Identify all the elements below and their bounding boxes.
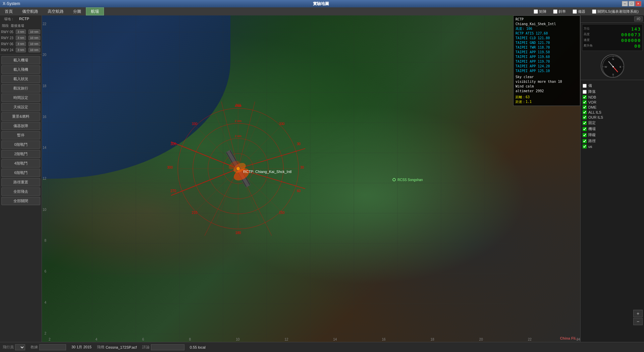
map-area[interactable]: 360 330 330 30 300 180 150 210 60 270 30…: [42, 15, 580, 342]
info-airport-code: RCTP: [516, 17, 578, 22]
info-app2: TAIPEI APP 119.60: [516, 55, 578, 59]
runway-10nm-btn[interactable]: 10 nm: [29, 30, 40, 34]
menu-airport[interactable]: 航場: [86, 7, 104, 15]
all-close-button[interactable]: 全部關閉: [1, 197, 40, 205]
menu-slope[interactable]: 斜率: [550, 8, 569, 15]
menu-high-airways[interactable]: 高空航路: [43, 7, 68, 15]
cb-vor-checkbox[interactable]: [583, 100, 587, 104]
runway-10nm-btn[interactable]: 10 nm: [29, 36, 40, 40]
info-twr: TAIPEI TWR 118.70: [516, 45, 578, 50]
left-panel: 場地： RCTP 階段 最後進場 RWY 05 3 nm 10 nm RWY 2…: [0, 15, 42, 342]
climb-value: 00: [634, 44, 641, 49]
cb-spare-checkbox[interactable]: [583, 84, 587, 88]
date-value: 30 1月 2015: [71, 345, 92, 350]
info-wind: Wind calm: [516, 84, 578, 89]
climb-label: 爬升角: [584, 44, 593, 49]
svg-text:W: W: [604, 65, 607, 68]
runway-3nm-btn[interactable]: 3 nm: [16, 36, 26, 40]
load-aircraft-button[interactable]: 載入飛機: [1, 65, 40, 74]
checkbox-row-cb-path: 路徑: [583, 138, 642, 143]
runway-row: RWY 23 3 nm 10 nm: [0, 35, 42, 41]
info-sky: Sky clear: [516, 75, 578, 79]
info-app1: TAIPEI APP 119.50: [516, 50, 578, 55]
cb-dme-checkbox[interactable]: [583, 105, 587, 109]
checkbox-row-cb-airport: 機場: [583, 126, 642, 131]
bearing-value: 143: [631, 26, 641, 32]
checkbox-row-cb-all-ils: ALL ILS: [583, 110, 642, 114]
runway-10nm-btn[interactable]: 10 nm: [29, 42, 40, 46]
detail-label: 詳論: [142, 345, 150, 350]
speed-value: 000000: [621, 38, 641, 43]
menu-equipment[interactable]: 備器: [570, 8, 588, 15]
cb-ndb-label: NDB: [588, 95, 596, 99]
view-travel-button[interactable]: 觀況旅行: [1, 84, 40, 93]
cb-all-ils-checkbox[interactable]: [583, 110, 587, 114]
detail-input[interactable]: [151, 344, 184, 350]
ils-toggle-checkbox[interactable]: [592, 9, 596, 14]
runway-name: RWY 06: [0, 41, 15, 47]
battle-6-button[interactable]: 6階戰鬥: [1, 169, 40, 177]
menu-homepage[interactable]: 首頁: [0, 7, 17, 15]
stage-value: 最後進場: [11, 23, 24, 28]
runway-name: RWY 05: [0, 29, 15, 35]
altitude-row: 高度 000073: [584, 32, 641, 37]
runway-table: RWY 05 3 nm 10 nm RWY 23 3 nm 10 nm RWY …: [0, 29, 42, 53]
zoom-in-button[interactable]: +: [633, 310, 643, 317]
runway-name: RWY 23: [0, 35, 15, 41]
checkbox-row-cb-spare: 備: [583, 83, 642, 88]
battle-0-button[interactable]: 0階戰鬥: [1, 140, 40, 149]
svg-line-71: [613, 67, 618, 72]
cb-landing-checkbox[interactable]: [583, 90, 587, 94]
battle-4-button[interactable]: 4階戰鬥: [1, 159, 40, 168]
menu-matrix[interactable]: 矩陣: [531, 8, 549, 15]
path-reset-button[interactable]: 路徑重置: [1, 178, 40, 186]
runway-3nm-btn[interactable]: 3 nm: [16, 42, 26, 46]
menu-sectional[interactable]: 分圖: [68, 7, 86, 15]
cb-fixed-label: 固定: [588, 120, 596, 125]
load-airport-button[interactable]: 載入機場: [1, 56, 40, 64]
pause-button[interactable]: 暫停: [1, 131, 40, 139]
scenery-fuel-button[interactable]: 重景&燃料: [1, 112, 40, 121]
local-field: 0.55 local: [190, 345, 206, 349]
minimize-button[interactable]: ─: [622, 1, 628, 6]
battle-2-button[interactable]: 2階戰鬥: [1, 150, 40, 158]
watermark: China Fli...: [560, 336, 579, 340]
pilot-dropdown[interactable]: [15, 344, 25, 350]
load-status-button[interactable]: 載入狀況: [1, 75, 40, 83]
info-altitude: 高度: 106: [516, 26, 578, 31]
cb-us-checkbox[interactable]: [583, 144, 587, 149]
runway-3nm-btn[interactable]: 3 nm: [16, 30, 26, 34]
sidebar-header: #0: [581, 15, 644, 23]
time-setting-button[interactable]: 時間設定: [1, 94, 40, 102]
cb-path-label: 路徑: [588, 138, 596, 143]
runway-10nm-btn[interactable]: 10 nm: [29, 48, 40, 52]
info-app3: TAIPEI APP 119.70: [516, 59, 578, 64]
menu-ils-toggle[interactable]: 關閉ILS(儀表著陸降系統): [589, 8, 641, 15]
stage-label: 階段: [2, 23, 9, 28]
all-fly-button[interactable]: 全部飛去: [1, 187, 40, 196]
cb-obstacle-checkbox[interactable]: [583, 133, 587, 137]
cb-fixed-checkbox[interactable]: [583, 121, 587, 125]
pilot-label: 飛行員: [3, 345, 14, 350]
trainer-input[interactable]: [39, 344, 66, 350]
runway-3nm-btn[interactable]: 3 nm: [16, 48, 26, 52]
altitude-value: 000073: [621, 32, 641, 37]
zoom-controls: + −: [633, 310, 643, 325]
aircraft-label: 飛機: [97, 345, 104, 350]
maximize-button[interactable]: □: [629, 1, 635, 6]
cb-spare-label: 備: [588, 83, 592, 88]
matrix-checkbox[interactable]: [534, 9, 538, 14]
equipment-checkbox[interactable]: [573, 9, 577, 14]
close-button[interactable]: ✕: [635, 1, 641, 6]
info-altimeter: altimeter 2992: [516, 89, 578, 94]
svg-text:E: E: [620, 65, 621, 68]
menu-airways[interactable]: 儀空航路: [17, 7, 43, 15]
cb-our-ils-checkbox[interactable]: [583, 115, 587, 119]
instrument-failure-button[interactable]: 儀器故障: [1, 122, 40, 130]
zoom-out-button[interactable]: −: [633, 318, 643, 325]
cb-ndb-checkbox[interactable]: [583, 95, 587, 99]
weather-setting-button[interactable]: 天候設定: [1, 103, 40, 111]
cb-airport-checkbox[interactable]: [583, 127, 587, 131]
slope-checkbox[interactable]: [553, 9, 557, 14]
cb-path-checkbox[interactable]: [583, 139, 587, 143]
